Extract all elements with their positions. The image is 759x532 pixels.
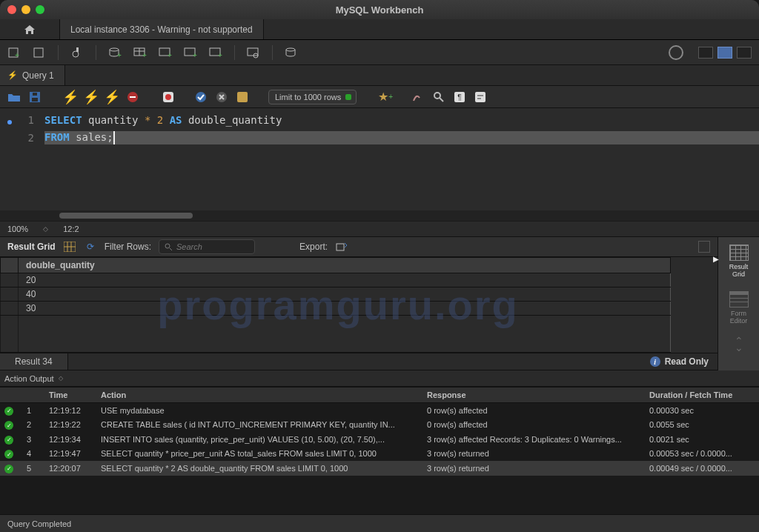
save-file-icon[interactable] [28, 90, 42, 104]
action-output-header: Action Output ◇ [0, 370, 759, 387]
log-row[interactable]: 412:19:47SELECT quantity * price_per_uni… [0, 447, 759, 462]
editor-statusbar: 100%◇ 12:2 [0, 221, 759, 237]
grid-cell[interactable]: 40 [19, 287, 671, 302]
reconnect-icon[interactable] [285, 46, 298, 59]
rollback-icon[interactable] [215, 90, 228, 104]
read-only-badge: i Read Only [650, 356, 709, 367]
filter-placeholder: Search [176, 242, 202, 251]
svg-rect-21 [32, 98, 38, 102]
log-row[interactable]: 212:19:22CREATE TABLE sales ( id INT AUT… [0, 418, 759, 433]
result-tab-label: Result 34 [15, 356, 53, 367]
export-icon[interactable] [335, 240, 348, 253]
invisible-chars-icon[interactable]: ¶ [453, 90, 466, 104]
refresh-icon[interactable]: ⟳ [84, 240, 97, 253]
zoom-level[interactable]: 100% [7, 225, 28, 233]
grid-mode-icon [729, 245, 749, 261]
inspector-icon[interactable] [70, 46, 84, 59]
result-side-panel: ▶ Result Grid Form Editor ⌃⌄ [717, 237, 759, 370]
close-window-button[interactable] [7, 5, 16, 14]
editor-horizontal-scrollbar[interactable] [0, 210, 759, 221]
stop-icon[interactable] [126, 90, 139, 104]
connection-tab[interactable]: Local instance 3306 - Warning - not supp… [59, 19, 264, 39]
connection-tabstrip: Local instance 3306 - Warning - not supp… [0, 19, 759, 40]
read-only-label: Read Only [665, 356, 709, 367]
toggle-left-panel-button[interactable] [698, 47, 713, 59]
log-col-action[interactable]: Action [96, 388, 422, 403]
create-function-icon[interactable]: + [209, 46, 222, 59]
query-tab-label: Query 1 [22, 70, 54, 81]
svg-point-26 [165, 94, 171, 100]
svg-text:+: + [15, 51, 19, 59]
svg-point-19 [286, 48, 295, 51]
result-grid[interactable]: programguru.org double_quantity 204030 [0, 257, 717, 353]
svg-rect-22 [33, 93, 37, 96]
filter-rows-input[interactable]: Search [159, 239, 255, 254]
svg-rect-29 [237, 92, 248, 102]
result-tabstrip: Result 34 i Read Only [0, 353, 717, 370]
grid-cell[interactable]: 30 [19, 302, 671, 316]
create-table-icon[interactable]: + [133, 46, 147, 59]
execute-icon[interactable]: ⚡ [64, 90, 77, 104]
query-tab[interactable]: ⚡ Query 1 [0, 65, 65, 85]
result-grid-label: Result Grid [7, 242, 56, 252]
form-mode-icon [729, 291, 749, 307]
status-ok-icon [4, 407, 13, 416]
beautify-icon[interactable] [411, 90, 425, 104]
result-tab[interactable]: Result 34 [0, 353, 68, 370]
result-grid-mode-button[interactable]: Result Grid [729, 245, 749, 278]
status-ok-icon [4, 436, 13, 445]
column-header[interactable]: double_quantity [19, 258, 671, 273]
create-view-icon[interactable]: + [159, 46, 172, 59]
svg-text:+: + [117, 51, 122, 59]
log-row[interactable]: 112:19:12USE mydatabase0 row(s) affected… [0, 403, 759, 418]
search-table-icon[interactable] [247, 46, 260, 59]
zoom-window-button[interactable] [36, 5, 44, 14]
log-col-duration[interactable]: Duration / Fetch Time [645, 388, 759, 403]
find-icon[interactable] [432, 90, 445, 104]
row-limit-select[interactable]: Limit to 1000 rows [268, 90, 357, 104]
export-label: Export: [299, 242, 328, 252]
svg-rect-34 [475, 92, 485, 102]
create-schema-icon[interactable]: + [108, 46, 122, 59]
open-script-icon[interactable] [33, 46, 46, 59]
svg-point-39 [165, 244, 170, 248]
grid-view-icon[interactable] [63, 240, 76, 253]
commit-icon[interactable] [194, 90, 208, 104]
svg-line-40 [170, 248, 172, 250]
action-output-label[interactable]: Action Output [4, 374, 54, 383]
wrap-icon[interactable] [474, 90, 487, 104]
wrap-cell-icon[interactable] [698, 241, 710, 253]
grid-cell[interactable]: 20 [19, 273, 671, 287]
home-icon[interactable] [0, 24, 59, 35]
side-scroll-arrows-icon[interactable]: ⌃⌄ [735, 338, 743, 351]
toggle-right-panel-button[interactable] [737, 47, 752, 59]
toggle-bottom-panel-button[interactable] [717, 47, 732, 59]
collapse-handle-icon[interactable]: ▶ [713, 255, 719, 263]
dropdown-icon[interactable]: ◇ [59, 375, 63, 382]
new-sql-tab-icon[interactable]: + [7, 46, 21, 59]
svg-rect-2 [34, 48, 43, 57]
favorite-icon[interactable]: ★+ [379, 90, 392, 104]
form-editor-mode-button[interactable]: Form Editor [729, 291, 749, 325]
open-file-icon[interactable] [7, 90, 21, 104]
svg-line-31 [440, 98, 443, 102]
grid-mode-label: Result Grid [729, 263, 749, 278]
autocommit-icon[interactable] [236, 90, 249, 104]
svg-rect-4 [76, 47, 79, 52]
explain-icon[interactable]: ⚡ [105, 90, 119, 104]
settings-icon[interactable] [669, 45, 683, 60]
log-row[interactable]: 312:19:34INSERT INTO sales (quantity, pr… [0, 432, 759, 447]
form-mode-label: Form Editor [730, 310, 748, 325]
svg-rect-24 [130, 96, 136, 98]
sql-editor[interactable]: 1SELECT quantity * 2 AS double_quantity2… [0, 108, 759, 210]
minimize-window-button[interactable] [21, 5, 30, 14]
log-row[interactable]: 512:20:07SELECT quantity * 2 AS double_q… [0, 461, 759, 476]
create-procedure-icon[interactable]: + [184, 46, 197, 59]
execute-current-icon[interactable]: ⚡ [84, 90, 98, 104]
query-tab-bolt-icon: ⚡ [7, 70, 18, 80]
stop-on-error-icon[interactable] [162, 90, 175, 104]
svg-rect-41 [337, 244, 344, 250]
log-col-response[interactable]: Response [422, 388, 645, 403]
log-col-time[interactable]: Time [44, 388, 96, 403]
svg-text:+: + [168, 51, 172, 59]
